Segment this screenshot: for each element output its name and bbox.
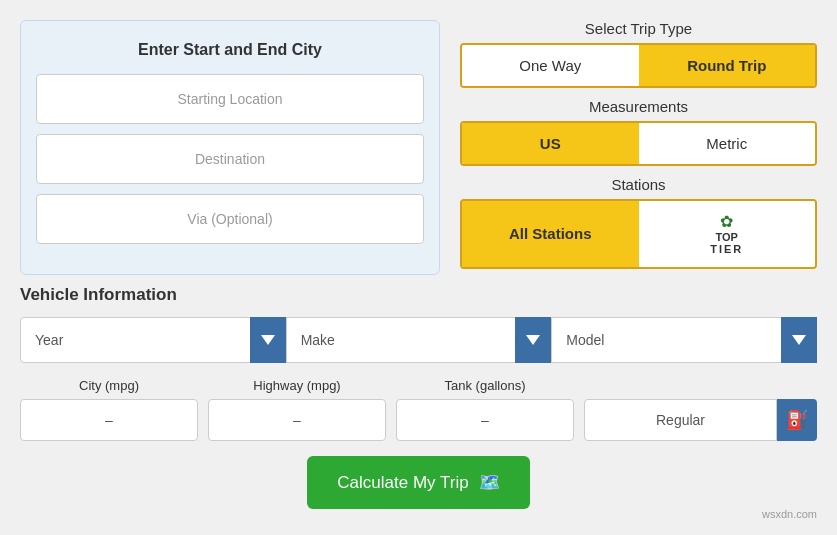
starting-location-input[interactable] xyxy=(36,74,424,124)
left-panel-title: Enter Start and End City xyxy=(36,41,424,59)
stations-toggle: All Stations ✿ TOP TIER xyxy=(460,199,817,269)
trip-type-title: Select Trip Type xyxy=(460,20,817,37)
stations-title: Stations xyxy=(460,176,817,193)
fuel-wrapper: ⛽ xyxy=(584,399,817,441)
metric-button[interactable]: Metric xyxy=(639,123,816,164)
stations-section: Stations All Stations ✿ TOP TIER xyxy=(460,176,817,269)
trip-type-toggle: One Way Round Trip xyxy=(460,43,817,88)
left-panel: Enter Start and End City xyxy=(20,20,440,275)
one-way-button[interactable]: One Way xyxy=(462,45,639,86)
tank-gallons-label: Tank (gallons) xyxy=(445,378,526,393)
model-select[interactable]: Model xyxy=(551,317,817,363)
highway-mpg-group: Highway (mpg) xyxy=(208,378,386,441)
top-tier-button[interactable]: ✿ TOP TIER xyxy=(639,201,816,267)
mpg-section: City (mpg) Highway (mpg) Tank (gallons) … xyxy=(20,378,817,441)
highway-mpg-label: Highway (mpg) xyxy=(253,378,340,393)
year-select-wrapper: Year xyxy=(20,317,286,363)
via-input[interactable] xyxy=(36,194,424,244)
trip-type-section: Select Trip Type One Way Round Trip xyxy=(460,20,817,88)
fuel-type-label xyxy=(699,378,703,393)
watermark: wsxdn.com xyxy=(762,508,817,520)
make-select[interactable]: Make xyxy=(286,317,552,363)
tank-gallons-group: Tank (gallons) xyxy=(396,378,574,441)
calculate-button[interactable]: Calculate My Trip 🗺️ xyxy=(307,456,529,509)
us-button[interactable]: US xyxy=(462,123,639,164)
vehicle-selects: Year Make Model xyxy=(20,317,817,363)
tier-swirl-icon: ✿ xyxy=(720,213,733,231)
vehicle-section: Vehicle Information Year Make xyxy=(10,285,827,441)
calculate-button-label: Calculate My Trip xyxy=(337,473,468,493)
make-select-wrapper: Make xyxy=(286,317,552,363)
highway-mpg-input[interactable] xyxy=(208,399,386,441)
measurements-title: Measurements xyxy=(460,98,817,115)
city-mpg-label: City (mpg) xyxy=(79,378,139,393)
fuel-type-group: ⛽ xyxy=(584,378,817,441)
city-mpg-input[interactable] xyxy=(20,399,198,441)
measurements-toggle: US Metric xyxy=(460,121,817,166)
all-stations-button[interactable]: All Stations xyxy=(462,201,639,267)
city-mpg-group: City (mpg) xyxy=(20,378,198,441)
round-trip-button[interactable]: Round Trip xyxy=(639,45,816,86)
destination-input[interactable] xyxy=(36,134,424,184)
tank-gallons-input[interactable] xyxy=(396,399,574,441)
fuel-pump-icon: ⛽ xyxy=(777,399,817,441)
vehicle-title: Vehicle Information xyxy=(20,285,817,305)
model-select-wrapper: Model xyxy=(551,317,817,363)
measurements-section: Measurements US Metric xyxy=(460,98,817,166)
map-icon: 🗺️ xyxy=(479,472,500,493)
year-select[interactable]: Year xyxy=(20,317,286,363)
top-tier-logo: ✿ TOP TIER xyxy=(649,213,806,255)
right-panel: Select Trip Type One Way Round Trip Meas… xyxy=(460,20,817,275)
fuel-type-input[interactable] xyxy=(584,399,777,441)
